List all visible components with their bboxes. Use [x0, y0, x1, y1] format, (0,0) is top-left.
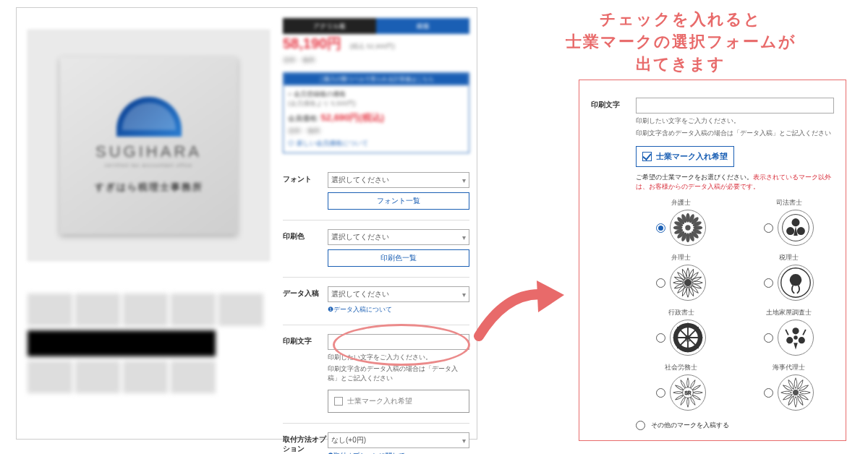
- seal-icon: SR: [670, 374, 706, 411]
- svg-point-17: [786, 337, 793, 343]
- mark-option-chosashi[interactable]: 土地家屋調査士: [744, 308, 834, 356]
- svg-point-16: [792, 328, 799, 335]
- radio-icon: [656, 388, 665, 398]
- color-list-button[interactable]: 印刷色一覧: [328, 249, 469, 267]
- popup-mark-checkbox[interactable]: 士業マーク入れ希望: [636, 146, 734, 167]
- seal-icon: [778, 265, 814, 301]
- seal-icon: [778, 210, 814, 246]
- seal-icon: [670, 265, 706, 301]
- text-hint1: 印刷したい文字をご入力ください。: [328, 353, 469, 362]
- plaque-preview: SUGIHARA certified tax accountant office…: [60, 57, 237, 234]
- mount-link[interactable]: ❶取付オプションに関して: [328, 451, 469, 454]
- mark-selection-popup: 印刷文字 印刷したい文字をご入力ください。 印刷文字含めデータ入稿の場合は「デー…: [579, 80, 846, 441]
- member-price: 52,690円(税込): [321, 112, 384, 123]
- data-label: データ入稿: [283, 286, 328, 314]
- text-label: 印刷文字: [283, 334, 328, 414]
- mark-option-gyoseishoshi[interactable]: 行政書士 行: [636, 308, 726, 356]
- mark-option-kaiji[interactable]: 海事代理士: [744, 363, 834, 411]
- mark-option-sharoshi[interactable]: 社会労務士 SR: [636, 363, 726, 411]
- svg-point-22: [793, 390, 798, 395]
- popup-hint1: 印刷したい文字をご入力ください。: [636, 116, 834, 126]
- font-list-button[interactable]: フォント一覧: [328, 192, 469, 210]
- thumbnail-strip: [27, 294, 270, 387]
- material-tabs: アクリル板 銀板: [283, 18, 469, 34]
- radio-icon: [656, 333, 665, 343]
- seal-icon: [778, 374, 814, 411]
- plaque-sample-text: すぎはら税理士事務所: [95, 181, 203, 194]
- svg-text:SR: SR: [685, 390, 692, 395]
- seal-icon: [670, 210, 706, 246]
- svg-text:行: 行: [684, 335, 692, 342]
- color-label: 印刷色: [283, 229, 328, 267]
- color-select[interactable]: 選択してください: [328, 229, 469, 245]
- mark-checkbox-row[interactable]: 士業マーク入れ希望: [328, 390, 469, 413]
- plaque-subline: certified tax accountant office: [105, 163, 193, 168]
- data-link[interactable]: ❶データ入稿について: [328, 305, 469, 314]
- price: 58,190円: [283, 35, 341, 51]
- radio-icon: [764, 333, 773, 343]
- svg-point-4: [786, 227, 794, 235]
- seal-icon: 行: [670, 320, 706, 356]
- pdf-compare-button[interactable]: [27, 330, 216, 356]
- data-select[interactable]: 選択してください: [328, 286, 469, 302]
- text-hint2: 印刷文字含めデータ入稿の場合は「データ入稿」とご記入ください: [328, 364, 469, 382]
- mark-grid: 弁護士 司法書士: [636, 198, 834, 411]
- mark-option-benrishi[interactable]: 弁理士: [636, 253, 726, 301]
- tab-acrylic[interactable]: アクリル板: [283, 18, 376, 34]
- arrow-icon: [472, 267, 573, 354]
- svg-point-0: [685, 226, 690, 231]
- svg-point-19: [793, 336, 798, 340]
- tab-silver[interactable]: 銀板: [376, 18, 469, 34]
- print-text-input[interactable]: [328, 334, 469, 350]
- font-select[interactable]: 選択してください: [328, 172, 469, 188]
- radio-checked-icon: [656, 223, 665, 233]
- checkbox-checked-icon: [642, 152, 652, 161]
- price-tax: (税込 52,900円): [349, 43, 395, 50]
- mark-option-zeirishi[interactable]: 税理士: [744, 253, 834, 301]
- annotation-text: チェックを入れると 士業マークの選択フォームが 出てきます: [503, 9, 858, 75]
- svg-point-18: [799, 337, 805, 343]
- popup-text-label: 印刷文字: [591, 98, 636, 430]
- order-form: アクリル板 銀板 58,190円 (税込 52,900円) 送料・無料 ご購入の…: [283, 18, 469, 454]
- product-panel: SUGIHARA certified tax accountant office…: [16, 7, 477, 440]
- svg-point-8: [790, 274, 802, 286]
- popup-text-input[interactable]: [636, 98, 834, 113]
- radio-icon: [764, 278, 773, 288]
- mark-option-other[interactable]: その他のマークを入稿する: [636, 421, 834, 430]
- mount-select[interactable]: なし(+0円): [328, 432, 469, 448]
- radio-icon: [764, 223, 773, 233]
- radio-icon: [656, 278, 665, 288]
- popup-select-hint: ご希望の士業マークをお選びください。表示されているマーク以外は、お客様からのデー…: [636, 173, 834, 191]
- svg-point-3: [791, 218, 799, 226]
- member-price-box: ご購入の際つベルで見られる計算後はこちら ○ 会員登録後の価格(会員価格より 5…: [283, 72, 469, 153]
- svg-point-6: [684, 280, 691, 286]
- product-image: SUGIHARA certified tax accountant office…: [27, 30, 270, 261]
- radio-icon: [764, 388, 773, 398]
- plaque-brand: SUGIHARA: [95, 142, 202, 161]
- plaque-logo-icon: [116, 97, 182, 137]
- checkbox-icon: [334, 397, 343, 406]
- radio-icon: [636, 421, 645, 430]
- seal-icon: [778, 320, 814, 356]
- font-label: フォント: [283, 172, 328, 210]
- mark-option-bengoshi[interactable]: 弁護士: [636, 198, 726, 246]
- mark-checkbox-label: 士業マーク入れ希望: [347, 396, 412, 406]
- mark-option-shihoshoshi[interactable]: 司法書士: [744, 198, 834, 246]
- mount-label: 取付方法オプション: [283, 432, 328, 454]
- popup-hint2: 印刷文字含めデータ入稿の場合は「データ入稿」とご記入ください: [636, 129, 834, 138]
- svg-point-5: [797, 227, 805, 235]
